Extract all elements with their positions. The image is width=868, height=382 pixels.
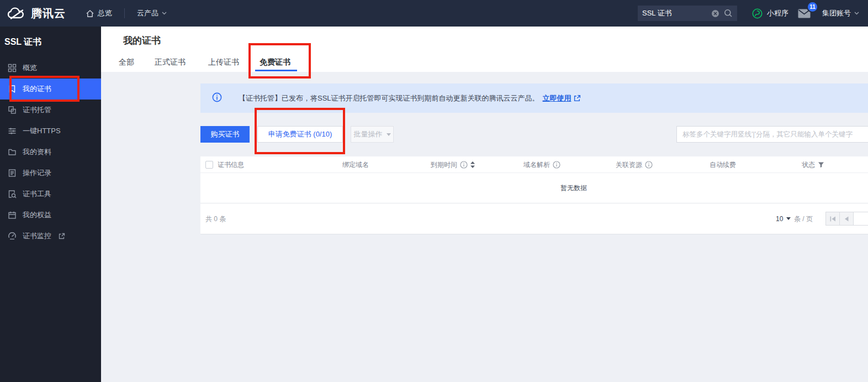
page-unit-label: 条 / 页: [794, 214, 813, 223]
sidebar-item-label: 证书监控: [23, 231, 51, 241]
pagination-first-button[interactable]: [825, 212, 840, 226]
sidebar-item-one-click-https[interactable]: 一键HTTPS: [0, 121, 101, 142]
info-icon[interactable]: [460, 161, 468, 169]
chevron-down-icon: [387, 133, 391, 136]
tag-filter-input[interactable]: [676, 126, 868, 143]
sidebar-item-label: 操作记录: [23, 168, 51, 178]
external-link-icon: [574, 95, 581, 102]
tab-uploaded-certificates[interactable]: 上传证书: [208, 57, 239, 67]
document-search-icon: [8, 190, 17, 198]
apply-free-certificate-button[interactable]: 申请免费证书 (0/10): [257, 126, 343, 143]
grid-icon: [8, 64, 17, 72]
app-window: 腾讯云 总览 云产品: [0, 0, 868, 382]
nav-products-label: 云产品: [137, 8, 158, 18]
brand-logo[interactable]: 腾讯云: [7, 6, 66, 21]
pagination-prev-button[interactable]: [839, 212, 854, 226]
sidebar-item-cert-tools[interactable]: 证书工具: [0, 184, 101, 205]
home-icon: [86, 9, 94, 18]
gauge-icon: [8, 232, 17, 240]
clear-icon[interactable]: [711, 9, 719, 18]
info-icon: [212, 92, 222, 102]
batch-operation-button[interactable]: 批量操作: [351, 126, 394, 143]
column-domain-resolution: 域名解析: [523, 156, 560, 173]
search-icon[interactable]: [724, 9, 733, 18]
column-bound-domain: 绑定域名: [342, 156, 369, 173]
nav-miniprogram[interactable]: 小程序: [752, 0, 788, 27]
nav-messages[interactable]: 11: [798, 0, 811, 27]
info-icon[interactable]: [645, 161, 653, 169]
info-banner: 【证书托管】已发布，将SSL证书开启托管即可实现证书到期前自动更新关联的腾讯云云…: [200, 83, 868, 113]
miniprogram-icon: [752, 8, 763, 19]
sort-icon[interactable]: [470, 161, 475, 168]
column-auto-renew: 自动续费: [710, 156, 736, 173]
navbar-search-input[interactable]: [642, 9, 707, 18]
chevron-down-icon: [162, 12, 167, 15]
sidebar-item-overview[interactable]: 概览: [0, 57, 101, 79]
calendar-icon: [8, 211, 17, 219]
cloud-logo-icon: [7, 7, 27, 20]
banner-text: 【证书托管】已发布，将SSL证书开启托管即可实现证书到期前自动更新关联的腾讯云云…: [239, 93, 539, 103]
active-tab-underline: [255, 70, 297, 71]
tab-paid-certificates[interactable]: 正式证书: [155, 57, 186, 67]
column-cert-info: 证书信息: [218, 156, 244, 173]
total-count: 共 0 条: [205, 214, 226, 223]
pagination-current-page-box[interactable]: [853, 212, 868, 226]
sidebar-item-label: 概览: [23, 63, 37, 73]
buy-certificate-button[interactable]: 购买证书: [200, 126, 250, 143]
column-status: 状态: [802, 156, 824, 173]
table-footer: 共 0 条 10 条 / 页: [200, 203, 868, 234]
chevron-down-icon: [786, 217, 791, 220]
table-header-row: 证书信息 绑定域名 到期时间 域名解析 关联资源: [200, 156, 868, 173]
sidebar-menu: 概览 我的证书 证书托管 一键HTTPS: [0, 57, 101, 247]
sidebar-item-my-certificates[interactable]: 我的证书: [0, 79, 101, 100]
tab-all[interactable]: 全部: [119, 57, 134, 67]
buy-certificate-label: 购买证书: [211, 129, 240, 139]
sidebar-item-label: 一键HTTPS: [23, 126, 61, 136]
certificates-table: 证书信息 绑定域名 到期时间 域名解析 关联资源: [200, 156, 868, 234]
banner-use-now-link[interactable]: 立即使用: [543, 93, 571, 103]
sidebar-item-label: 我的权益: [23, 210, 51, 220]
sliders-icon: [8, 127, 17, 135]
folder-icon: [8, 148, 17, 156]
content-header: 我的证书 全部 正式证书 上传证书 免费证书: [101, 27, 868, 72]
document-list-icon: [8, 169, 17, 177]
navbar-search-box[interactable]: [638, 6, 737, 21]
column-expire-time: 到期时间: [431, 156, 475, 173]
empty-text: 暂无数据: [560, 184, 587, 193]
filter-icon[interactable]: [818, 161, 824, 168]
sidebar-item-label: 证书托管: [23, 105, 51, 115]
sidebar-item-label: 我的证书: [23, 84, 51, 94]
page-size-dropdown[interactable]: 10: [776, 215, 791, 223]
sidebar-item-operation-log[interactable]: 操作记录: [0, 163, 101, 184]
info-icon[interactable]: [553, 161, 560, 169]
sidebar: SSL 证书 概览 我的证书 证书托管: [0, 27, 101, 382]
brand-name: 腾讯云: [31, 6, 66, 21]
nav-divider: [124, 8, 125, 18]
column-associated-resources: 关联资源: [616, 156, 653, 173]
table-empty-state: 暂无数据: [200, 173, 868, 203]
sidebar-title: SSL 证书: [4, 36, 41, 48]
nav-account-menu[interactable]: 集团账号: [822, 0, 859, 27]
sidebar-item-label: 我的资料: [23, 147, 51, 157]
nav-overview[interactable]: 总览: [86, 8, 112, 18]
tab-free-certificates[interactable]: 免费证书: [260, 57, 290, 67]
sidebar-item-my-benefits[interactable]: 我的权益: [0, 205, 101, 226]
nav-products[interactable]: 云产品: [137, 8, 167, 18]
select-all-checkbox[interactable]: [205, 161, 213, 169]
chevron-down-icon: [854, 12, 859, 15]
message-count-badge: 11: [807, 1, 818, 13]
external-link-icon: [59, 233, 65, 239]
sidebar-item-label: 证书工具: [23, 189, 51, 199]
nav-overview-label: 总览: [98, 8, 112, 18]
page-size-value: 10: [776, 215, 783, 223]
sidebar-item-cert-hosting[interactable]: 证书托管: [0, 100, 101, 121]
batch-operation-label: 批量操作: [354, 129, 383, 139]
sidebar-item-my-profile[interactable]: 我的资料: [0, 142, 101, 163]
sidebar-item-cert-monitor[interactable]: 证书监控: [0, 226, 101, 247]
apply-free-certificate-label: 申请免费证书 (0/10): [268, 129, 332, 139]
page-title: 我的证书: [123, 34, 161, 47]
nav-miniprogram-label: 小程序: [767, 8, 788, 18]
stacked-squares-icon: [8, 106, 17, 114]
top-navbar: 腾讯云 总览 云产品: [0, 0, 868, 27]
bookmark-icon: [8, 85, 17, 93]
